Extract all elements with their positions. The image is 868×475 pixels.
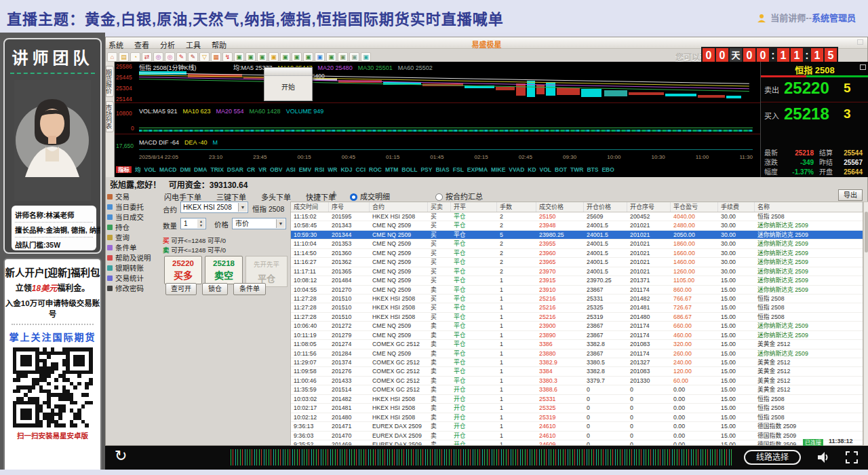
search-icon[interactable]: ◎ bbox=[153, 52, 163, 62]
table-row[interactable]: 11:14:50201360CME NQ 2509买平仓22396024001.… bbox=[291, 249, 863, 258]
printer-icon[interactable]: ≜ bbox=[331, 191, 337, 200]
column-header-开平[interactable]: 开平 bbox=[451, 202, 497, 212]
folder-icon[interactable]: ▤ bbox=[119, 52, 129, 62]
tree-item-当日委托[interactable]: 当日委托 bbox=[107, 202, 161, 212]
table-row[interactable]: 11:17:11201365CME NQ 2509买平仓22397024001.… bbox=[291, 267, 863, 276]
buy-long-button[interactable]: 25220 买多 bbox=[164, 256, 202, 284]
indicator-tab-ROC[interactable]: ROC bbox=[369, 166, 382, 173]
table-row[interactable]: 10:03:02201482HKEX HSI 2508卖开仓125331000.… bbox=[291, 395, 863, 404]
quantity-stepper[interactable]: 1▲▼ bbox=[180, 218, 206, 229]
tree-item-交易统计[interactable]: 交易统计 bbox=[107, 273, 161, 284]
indicator-tab-MIKE[interactable]: MIKE bbox=[491, 166, 505, 173]
table-row[interactable]: 10:11:56201284CME NQ 2509卖平仓123880238672… bbox=[291, 349, 863, 358]
panel-icon[interactable]: ▣ bbox=[280, 52, 290, 62]
indicator-tab-VVAD[interactable]: VVAD bbox=[509, 166, 524, 173]
indicator-tab-KD[interactable]: KD bbox=[528, 166, 536, 173]
spinner-icons[interactable]: ▲▼ bbox=[197, 219, 205, 228]
table-row[interactable]: 11:27:28201510HKEX HSI 2508买平仓1252162532… bbox=[291, 303, 863, 312]
menu-系统[interactable]: 系统 bbox=[108, 39, 123, 50]
pie-icon[interactable]: ◔ bbox=[130, 52, 140, 62]
tree-item-交易[interactable]: 交易 bbox=[107, 192, 161, 202]
indicator-tab-EXPMA[interactable]: EXPMA bbox=[467, 166, 488, 173]
bid-row[interactable]: 买入 25218 3 bbox=[761, 104, 868, 127]
ticket-button-条件单[interactable]: 条件单 bbox=[233, 283, 266, 295]
table-row[interactable]: 11:35:59201514COMEX GC 2512卖开仓13388.6000… bbox=[291, 385, 863, 394]
menu-分析[interactable]: 分析 bbox=[160, 39, 175, 50]
indicator-tab-WR[interactable]: WR bbox=[328, 166, 337, 173]
panel-icon[interactable]: ▣ bbox=[269, 52, 279, 62]
indicator-tab-VOL[interactable]: VOL bbox=[540, 166, 551, 173]
table-row[interactable]: 9:35:52201469EUREX DAX 2509卖开仓124609000.… bbox=[291, 440, 863, 446]
indicator-tab-RSI[interactable]: RSI bbox=[315, 166, 324, 173]
panel-icon[interactable]: ▣ bbox=[326, 52, 336, 62]
order-tab-多头下单[interactable]: 多头下单 bbox=[261, 193, 291, 202]
table-row[interactable]: 11:29:07201374COMEX GC 2512卖平仓13382.9338… bbox=[291, 358, 863, 367]
tree-item-查询[interactable]: 查询 bbox=[107, 233, 161, 243]
brush-icon[interactable]: ✎ bbox=[188, 52, 198, 62]
tree-item-修改密码[interactable]: 修改密码 bbox=[107, 284, 161, 294]
tree-item-条件单[interactable]: 条件单 bbox=[107, 243, 161, 253]
scrollbar-thumb[interactable] bbox=[865, 212, 868, 252]
table-row[interactable]: 11:08:05201274COMEX GC 2512卖平仓133863382.… bbox=[291, 340, 863, 349]
refresh-icon[interactable]: ↻ bbox=[115, 447, 127, 465]
panel-icon[interactable]: ▣ bbox=[303, 52, 313, 62]
panel-icon[interactable]: ▣ bbox=[292, 52, 302, 62]
export-button[interactable]: 导出 bbox=[838, 189, 863, 201]
side-tab-期货报价[interactable]: 期货报价 bbox=[106, 66, 114, 97]
sell-short-button[interactable]: 25218 卖空 bbox=[205, 256, 243, 284]
panel-icon[interactable]: ▣ bbox=[349, 52, 359, 62]
table-row[interactable]: 11:09:58201276COMEX GC 2512卖平仓133843382.… bbox=[291, 367, 863, 376]
price-mode-select[interactable]: 市价▼ bbox=[232, 218, 286, 229]
ticket-button-锁仓[interactable]: 锁仓 bbox=[202, 283, 228, 295]
tree-item-帮助及说明[interactable]: 帮助及说明 bbox=[107, 253, 161, 263]
table-row[interactable]: 11:15:02201595HKEX HSI 2508买平仓2251502560… bbox=[291, 212, 863, 221]
column-header-手续费[interactable]: 手续费 bbox=[718, 202, 755, 212]
panel-icon[interactable]: ▣ bbox=[257, 52, 267, 62]
trend-icon[interactable]: ↯ bbox=[222, 52, 233, 62]
indicator-tab-MTM[interactable]: MTM bbox=[385, 166, 398, 173]
speaker-icon[interactable] bbox=[816, 450, 831, 468]
order-tab-闪电手下单[interactable]: 闪电手下单 bbox=[164, 193, 201, 202]
column-header-开仓价格[interactable]: 开仓价格 bbox=[584, 202, 627, 212]
tree-item-银期转账[interactable]: 银期转账 bbox=[107, 263, 161, 273]
column-header-成交价格[interactable]: 成交价格 bbox=[536, 202, 584, 212]
column-header-合约[interactable]: 合约 bbox=[370, 202, 428, 212]
column-header-序号[interactable]: 序号 bbox=[329, 202, 370, 212]
radio-contract-summary[interactable]: 按合约汇总 bbox=[435, 191, 483, 202]
indicator-tab-BTS[interactable]: BTS bbox=[587, 166, 598, 173]
ask-row[interactable]: 卖出 25220 5 bbox=[761, 78, 868, 101]
table-row[interactable]: 11:10:04201353CME NQ 2509买平仓22395524001.… bbox=[291, 240, 863, 248]
column-header-平仓盈亏[interactable]: 平仓盈亏 bbox=[671, 202, 718, 212]
route-select-button[interactable]: 线路选择 bbox=[744, 450, 801, 465]
column-header-名称[interactable]: 名称 bbox=[755, 202, 863, 212]
kline-chart[interactable]: 恒指 2508(1分钟K线) 均:MA5 25377MA10 25447MA20… bbox=[115, 62, 760, 177]
indicator-tab-DMA[interactable]: DMA bbox=[194, 166, 207, 173]
side-tab-市场列表[interactable]: 市场列表 bbox=[106, 101, 114, 132]
panel-icon[interactable]: ▣ bbox=[338, 52, 348, 62]
indicator-tab-MACD[interactable]: MACD bbox=[159, 166, 177, 173]
menu-查看[interactable]: 查看 bbox=[134, 39, 149, 50]
tree-item-持仓[interactable]: 持仓 bbox=[107, 223, 161, 233]
table-row[interactable]: 11:00:46201433COMEX GC 2512卖平仓13380.3337… bbox=[291, 377, 863, 385]
indicator-tab-PSY[interactable]: PSY bbox=[420, 166, 432, 173]
indicator-tab-VOL[interactable]: VOL bbox=[144, 166, 156, 173]
table-row[interactable]: 11:27:28201510HKEX HSI 2508买平仓1252162531… bbox=[291, 313, 863, 322]
table-row[interactable]: 9:36:13201471EUREX DAX 2509卖开仓124610000.… bbox=[291, 422, 863, 431]
fullscreen-icon[interactable] bbox=[846, 451, 858, 463]
order-tab-三键下单[interactable]: 三键下单 bbox=[216, 193, 246, 202]
column-header-开仓序号[interactable]: 开仓序号 bbox=[627, 202, 671, 212]
indicator-tab-DMI[interactable]: DMI bbox=[180, 166, 191, 173]
indicator-tab-BOT[interactable]: BOT bbox=[555, 166, 567, 173]
table-row[interactable]: 10:02:12201480HKEX HSI 2508卖开仓125319000.… bbox=[291, 413, 863, 422]
indicator-tab-CR[interactable]: CR bbox=[247, 166, 255, 173]
table-row[interactable]: 10:58:45201343CME NQ 2509买平仓22394824001.… bbox=[291, 221, 863, 230]
table-row[interactable]: 10:04:55201270CME NQ 2509卖平仓123910238672… bbox=[291, 286, 863, 294]
ticket-button-查可开[interactable]: 查可开 bbox=[165, 283, 197, 295]
radio-trade-detail[interactable]: 成交明细 bbox=[350, 191, 390, 202]
panel-icon[interactable]: ▣ bbox=[315, 52, 325, 62]
indicator-tab-EMV[interactable]: EMV bbox=[299, 166, 311, 173]
indicator-tab-DSAR[interactable]: DSAR bbox=[227, 166, 243, 173]
column-header-成交时间[interactable]: 成交时间 bbox=[291, 202, 329, 212]
indicator-tab-BOLL[interactable]: BOLL bbox=[401, 166, 417, 173]
indicator-tab-均[interactable]: 均 bbox=[135, 166, 141, 173]
